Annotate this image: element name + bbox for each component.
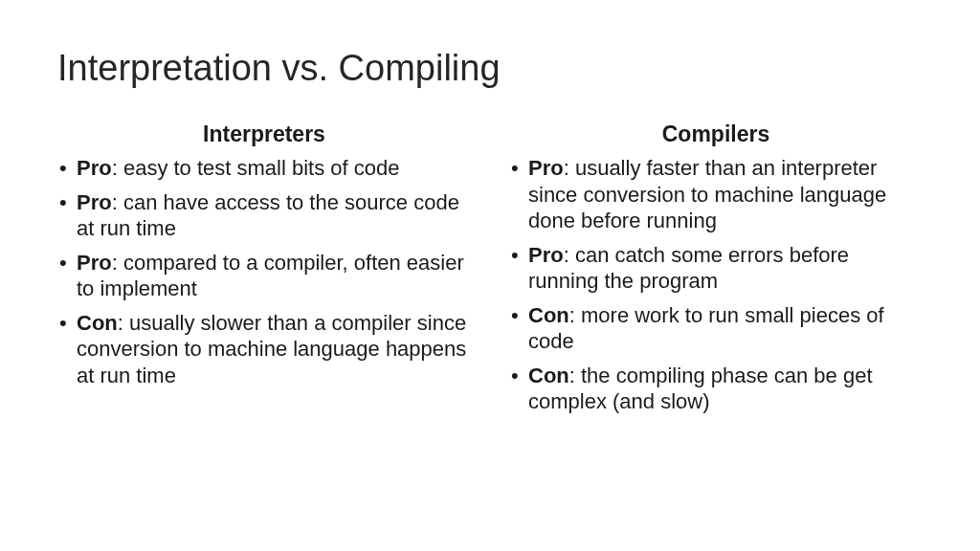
columns-container: Interpreters Pro: easy to test small bit… — [57, 121, 923, 423]
column-heading-left: Interpreters — [57, 121, 471, 147]
list-item: Con: the compiling phase can be get comp… — [509, 363, 923, 415]
column-compilers: Compilers Pro: usually faster than an in… — [509, 121, 923, 423]
slide-title: Interpretation vs. Compiling — [57, 48, 923, 89]
item-text: : easy to test small bits of code — [112, 156, 400, 180]
list-item: Pro: can have access to the source code … — [57, 189, 471, 242]
list-item: Pro: compared to a compiler, often easie… — [57, 250, 471, 302]
item-text: : usually slower than a compiler since c… — [77, 311, 466, 387]
list-item: Con: more work to run small pieces of co… — [509, 302, 923, 355]
list-item: Pro: easy to test small bits of code — [57, 155, 471, 182]
item-tag: Con — [528, 364, 569, 387]
item-tag: Pro — [77, 156, 112, 180]
interpreters-list: Pro: easy to test small bits of code Pro… — [57, 155, 471, 388]
column-heading-right: Compilers — [509, 121, 923, 147]
column-interpreters: Interpreters Pro: easy to test small bit… — [57, 121, 471, 423]
item-text: : the compiling phase can be get complex… — [528, 364, 873, 414]
item-tag: Con — [77, 311, 118, 335]
item-text: : compared to a compiler, often easier t… — [77, 251, 464, 301]
list-item: Pro: can catch some errors before runnin… — [509, 242, 923, 295]
compilers-list: Pro: usually faster than an interpreter … — [509, 155, 923, 415]
item-tag: Pro — [528, 156, 564, 180]
item-text: : more work to run small pieces of code — [528, 303, 884, 354]
list-item: Pro: usually faster than an interpreter … — [509, 155, 923, 234]
list-item: Con: usually slower than a compiler sinc… — [57, 310, 471, 389]
item-text: : can have access to the source code at … — [77, 190, 459, 241]
item-tag: Pro — [77, 251, 112, 275]
item-tag: Pro — [77, 190, 112, 214]
item-tag: Pro — [528, 243, 564, 267]
item-text: : usually faster than an interpreter sin… — [528, 156, 886, 232]
item-text: : can catch some errors before running t… — [528, 243, 849, 294]
item-tag: Con — [528, 303, 569, 327]
